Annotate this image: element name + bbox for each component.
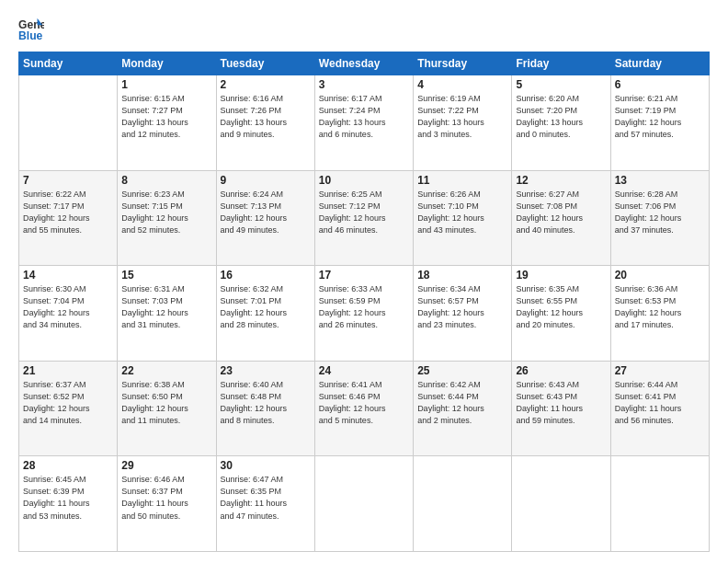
logo-icon: General Blue (18, 17, 44, 42)
day-number: 8 (121, 174, 211, 187)
day-number: 29 (121, 459, 211, 472)
calendar-cell: 20Sunrise: 6:36 AMSunset: 6:53 PMDayligh… (610, 266, 709, 362)
calendar-week-row: 1Sunrise: 6:15 AMSunset: 7:27 PMDaylight… (19, 75, 710, 171)
day-info: Sunrise: 6:38 AMSunset: 6:50 PMDaylight:… (121, 379, 211, 427)
calendar-cell: 10Sunrise: 6:25 AMSunset: 7:12 PMDayligh… (314, 170, 413, 266)
header: General Blue (18, 17, 710, 42)
calendar-cell: 2Sunrise: 6:16 AMSunset: 7:26 PMDaylight… (216, 75, 314, 171)
calendar-cell (610, 456, 709, 552)
svg-text:Blue: Blue (18, 29, 43, 42)
weekday-header-saturday: Saturday (610, 52, 709, 75)
weekday-header-sunday: Sunday (19, 52, 118, 75)
day-info: Sunrise: 6:44 AMSunset: 6:41 PMDaylight:… (615, 379, 705, 427)
calendar-cell (512, 456, 610, 552)
day-info: Sunrise: 6:34 AMSunset: 6:57 PMDaylight:… (417, 283, 507, 331)
day-number: 15 (121, 269, 211, 282)
day-info: Sunrise: 6:40 AMSunset: 6:48 PMDaylight:… (221, 379, 311, 427)
day-info: Sunrise: 6:41 AMSunset: 6:46 PMDaylight:… (319, 379, 409, 427)
day-info: Sunrise: 6:16 AMSunset: 7:26 PMDaylight:… (221, 93, 311, 141)
day-number: 28 (23, 459, 113, 472)
calendar-cell: 28Sunrise: 6:45 AMSunset: 6:39 PMDayligh… (19, 456, 118, 552)
calendar-week-row: 28Sunrise: 6:45 AMSunset: 6:39 PMDayligh… (19, 456, 710, 552)
day-number: 9 (221, 174, 311, 187)
calendar-cell: 19Sunrise: 6:35 AMSunset: 6:55 PMDayligh… (512, 266, 610, 362)
day-number: 1 (121, 78, 211, 91)
day-number: 26 (516, 364, 606, 377)
calendar-cell: 22Sunrise: 6:38 AMSunset: 6:50 PMDayligh… (118, 361, 216, 456)
calendar-cell: 25Sunrise: 6:42 AMSunset: 6:44 PMDayligh… (414, 361, 512, 456)
calendar-week-row: 14Sunrise: 6:30 AMSunset: 7:04 PMDayligh… (19, 266, 710, 362)
day-number: 18 (417, 269, 507, 282)
calendar-cell: 4Sunrise: 6:19 AMSunset: 7:22 PMDaylight… (414, 75, 512, 171)
calendar-cell: 12Sunrise: 6:27 AMSunset: 7:08 PMDayligh… (512, 170, 610, 266)
weekday-header-row: SundayMondayTuesdayWednesdayThursdayFrid… (19, 52, 710, 75)
weekday-header-monday: Monday (118, 52, 216, 75)
calendar-cell: 5Sunrise: 6:20 AMSunset: 7:20 PMDaylight… (512, 75, 610, 171)
calendar-cell: 3Sunrise: 6:17 AMSunset: 7:24 PMDaylight… (314, 75, 413, 171)
calendar-cell: 14Sunrise: 6:30 AMSunset: 7:04 PMDayligh… (19, 266, 118, 362)
day-info: Sunrise: 6:24 AMSunset: 7:13 PMDaylight:… (221, 189, 311, 236)
day-number: 20 (615, 269, 705, 282)
day-number: 27 (615, 364, 705, 377)
day-number: 5 (516, 78, 606, 91)
day-info: Sunrise: 6:32 AMSunset: 7:01 PMDaylight:… (221, 283, 311, 331)
calendar-cell: 21Sunrise: 6:37 AMSunset: 6:52 PMDayligh… (19, 361, 118, 456)
calendar-cell: 1Sunrise: 6:15 AMSunset: 7:27 PMDaylight… (118, 75, 216, 171)
calendar-cell: 7Sunrise: 6:22 AMSunset: 7:17 PMDaylight… (19, 170, 118, 266)
day-info: Sunrise: 6:17 AMSunset: 7:24 PMDaylight:… (319, 93, 409, 141)
day-info: Sunrise: 6:31 AMSunset: 7:03 PMDaylight:… (121, 283, 211, 331)
day-number: 22 (121, 364, 211, 377)
day-info: Sunrise: 6:35 AMSunset: 6:55 PMDaylight:… (516, 283, 606, 331)
day-info: Sunrise: 6:36 AMSunset: 6:53 PMDaylight:… (615, 283, 705, 331)
calendar-cell: 29Sunrise: 6:46 AMSunset: 6:37 PMDayligh… (118, 456, 216, 552)
calendar-cell: 24Sunrise: 6:41 AMSunset: 6:46 PMDayligh… (314, 361, 413, 456)
day-number: 25 (417, 364, 507, 377)
calendar-cell: 26Sunrise: 6:43 AMSunset: 6:43 PMDayligh… (512, 361, 610, 456)
day-info: Sunrise: 6:33 AMSunset: 6:59 PMDaylight:… (319, 283, 409, 331)
day-info: Sunrise: 6:46 AMSunset: 6:37 PMDaylight:… (121, 474, 211, 522)
day-info: Sunrise: 6:25 AMSunset: 7:12 PMDaylight:… (319, 189, 409, 236)
day-number: 2 (221, 78, 311, 91)
day-number: 17 (319, 269, 409, 282)
day-info: Sunrise: 6:30 AMSunset: 7:04 PMDaylight:… (23, 283, 113, 331)
calendar-cell: 8Sunrise: 6:23 AMSunset: 7:15 PMDaylight… (118, 170, 216, 266)
day-number: 19 (516, 269, 606, 282)
day-number: 3 (319, 78, 409, 91)
weekday-header-tuesday: Tuesday (216, 52, 314, 75)
day-number: 24 (319, 364, 409, 377)
calendar-cell: 6Sunrise: 6:21 AMSunset: 7:19 PMDaylight… (610, 75, 709, 171)
day-info: Sunrise: 6:19 AMSunset: 7:22 PMDaylight:… (417, 93, 507, 141)
day-info: Sunrise: 6:37 AMSunset: 6:52 PMDaylight:… (23, 379, 113, 427)
day-number: 12 (516, 174, 606, 187)
day-number: 11 (417, 174, 507, 187)
day-info: Sunrise: 6:47 AMSunset: 6:35 PMDaylight:… (221, 474, 311, 522)
weekday-header-friday: Friday (512, 52, 610, 75)
day-number: 16 (221, 269, 311, 282)
day-info: Sunrise: 6:23 AMSunset: 7:15 PMDaylight:… (121, 189, 211, 236)
day-info: Sunrise: 6:28 AMSunset: 7:06 PMDaylight:… (615, 189, 705, 236)
day-info: Sunrise: 6:27 AMSunset: 7:08 PMDaylight:… (516, 189, 606, 236)
day-info: Sunrise: 6:26 AMSunset: 7:10 PMDaylight:… (417, 189, 507, 236)
page: General Blue SundayMondayTuesdayWednesda… (0, 0, 728, 563)
calendar-table: SundayMondayTuesdayWednesdayThursdayFrid… (18, 52, 710, 552)
day-info: Sunrise: 6:42 AMSunset: 6:44 PMDaylight:… (417, 379, 507, 427)
calendar-cell (414, 456, 512, 552)
day-info: Sunrise: 6:20 AMSunset: 7:20 PMDaylight:… (516, 93, 606, 141)
day-number: 13 (615, 174, 705, 187)
calendar-week-row: 21Sunrise: 6:37 AMSunset: 6:52 PMDayligh… (19, 361, 710, 456)
weekday-header-wednesday: Wednesday (314, 52, 413, 75)
day-number: 14 (23, 269, 113, 282)
calendar-cell: 18Sunrise: 6:34 AMSunset: 6:57 PMDayligh… (414, 266, 512, 362)
calendar-cell: 23Sunrise: 6:40 AMSunset: 6:48 PMDayligh… (216, 361, 314, 456)
day-number: 23 (221, 364, 311, 377)
calendar-cell: 17Sunrise: 6:33 AMSunset: 6:59 PMDayligh… (314, 266, 413, 362)
day-info: Sunrise: 6:22 AMSunset: 7:17 PMDaylight:… (23, 189, 113, 236)
day-info: Sunrise: 6:21 AMSunset: 7:19 PMDaylight:… (615, 93, 705, 141)
day-info: Sunrise: 6:43 AMSunset: 6:43 PMDaylight:… (516, 379, 606, 427)
calendar-week-row: 7Sunrise: 6:22 AMSunset: 7:17 PMDaylight… (19, 170, 710, 266)
calendar-cell: 9Sunrise: 6:24 AMSunset: 7:13 PMDaylight… (216, 170, 314, 266)
calendar-cell: 16Sunrise: 6:32 AMSunset: 7:01 PMDayligh… (216, 266, 314, 362)
logo: General Blue (18, 17, 44, 42)
day-number: 7 (23, 174, 113, 187)
calendar-cell: 11Sunrise: 6:26 AMSunset: 7:10 PMDayligh… (414, 170, 512, 266)
